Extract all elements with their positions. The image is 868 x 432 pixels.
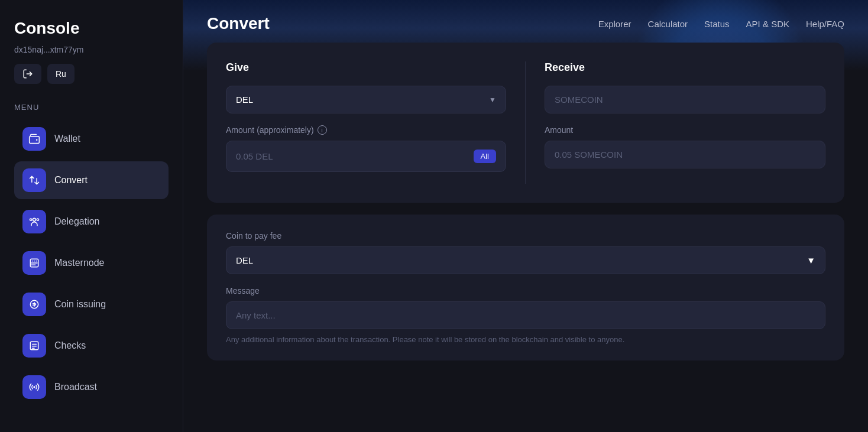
sidebar-item-label: Broadcast [54, 382, 97, 392]
broadcast-icon-container [22, 375, 46, 399]
svg-point-7 [34, 261, 35, 262]
wallet-address: dx15naj...xtm77ym [14, 45, 169, 54]
sidebar-item-label: Convert [54, 175, 88, 186]
sidebar-item-checks[interactable]: Checks [14, 327, 169, 365]
receive-coin-input[interactable]: SOMECOIN [545, 86, 825, 113]
give-amount-group: Amount (approximately) i 0.05 DEL All [226, 125, 506, 172]
svg-point-4 [30, 219, 32, 220]
receive-amount-label: Amount [545, 125, 825, 135]
logout-button[interactable] [14, 64, 41, 84]
nav-status[interactable]: Status [704, 19, 730, 29]
sidebar-item-masternode[interactable]: Masternode [14, 244, 169, 282]
fee-chevron-icon: ▼ [807, 255, 815, 265]
app-title: Console [14, 19, 169, 38]
main-content: Convert Explorer Calculator Status API &… [183, 0, 868, 432]
give-amount-input[interactable]: 0.05 DEL All [226, 141, 506, 172]
nav-help[interactable]: Help/FAQ [806, 19, 844, 29]
receive-label: Receive [545, 61, 825, 74]
menu-label: Menu [14, 103, 169, 112]
svg-rect-0 [30, 137, 40, 144]
svg-point-3 [37, 219, 38, 220]
svg-point-2 [33, 218, 36, 221]
sidebar-item-label: Masternode [54, 258, 105, 268]
convert-icon-container [22, 168, 46, 192]
sidebar: Console dx15naj...xtm77ym Ru Menu Wallet [0, 0, 183, 432]
give-amount-label: Amount (approximately) i [226, 125, 506, 135]
give-coin-select[interactable]: DEL ▼ [226, 86, 506, 113]
info-icon[interactable]: i [318, 125, 327, 135]
svg-point-16 [33, 386, 35, 388]
svg-point-1 [36, 139, 38, 141]
message-placeholder: Any text... [236, 310, 276, 320]
masternode-icon [28, 257, 40, 269]
chevron-down-icon: ▼ [489, 96, 496, 104]
give-coin-group: DEL ▼ [226, 86, 506, 113]
receive-coin-group: SOMECOIN [545, 86, 825, 113]
sidebar-item-convert[interactable]: Convert [14, 161, 169, 199]
fee-label: Coin to pay fee [226, 231, 825, 241]
language-button[interactable]: Ru [47, 64, 75, 84]
convert-icon [28, 174, 40, 186]
sidebar-item-delegation[interactable]: Delegation [14, 203, 169, 241]
convert-card: Give DEL ▼ Amount (approximately) i [207, 43, 844, 203]
page-content: Give DEL ▼ Amount (approximately) i [183, 43, 868, 432]
sidebar-item-label: Checks [54, 340, 86, 351]
message-input[interactable]: Any text... [226, 301, 825, 329]
wallet-icon [28, 133, 40, 145]
menu-list: Wallet Convert Delegation [14, 120, 169, 406]
all-button[interactable]: All [474, 150, 496, 163]
fee-coin-select[interactable]: DEL ▼ [226, 246, 825, 274]
message-label: Message [226, 286, 825, 295]
nav-api-sdk[interactable]: API & SDK [746, 19, 789, 29]
receive-amount-input[interactable]: 0.05 SOMECOIN [545, 141, 825, 168]
give-label: Give [226, 61, 506, 74]
coin-icon [28, 298, 40, 310]
top-nav: Explorer Calculator Status API & SDK Hel… [598, 19, 844, 29]
give-coin-value: DEL [236, 95, 253, 105]
nav-calculator[interactable]: Calculator [648, 19, 688, 29]
fee-message-card: Coin to pay fee DEL ▼ Message Any text..… [207, 215, 844, 360]
wallet-icon-container [22, 127, 46, 151]
broadcast-icon [28, 381, 40, 393]
sidebar-item-label: Coin issuing [54, 299, 106, 310]
nav-explorer[interactable]: Explorer [598, 19, 631, 29]
sidebar-item-label: Delegation [54, 216, 100, 227]
sidebar-item-wallet[interactable]: Wallet [14, 120, 169, 158]
give-receive-grid: Give DEL ▼ Amount (approximately) i [226, 61, 825, 184]
delegation-icon [28, 216, 40, 228]
coin-icon-container [22, 293, 46, 316]
give-section: Give DEL ▼ Amount (approximately) i [226, 61, 526, 184]
page-title: Convert [207, 14, 270, 33]
delegation-icon-container [22, 210, 46, 233]
logout-icon [22, 69, 33, 79]
sidebar-item-coin-issuing[interactable]: Coin issuing [14, 285, 169, 323]
svg-point-6 [32, 261, 33, 262]
sidebar-item-broadcast[interactable]: Broadcast [14, 368, 169, 406]
message-hint: Any additional information about the tra… [226, 335, 825, 344]
sidebar-actions: Ru [14, 64, 169, 84]
give-amount-placeholder: 0.05 DEL [236, 151, 273, 161]
page-header: Convert Explorer Calculator Status API &… [183, 0, 868, 43]
checks-icon-container [22, 334, 46, 358]
fee-coin-value: DEL [236, 255, 253, 265]
receive-section: Receive SOMECOIN Amount 0.05 SOMECOIN [526, 61, 825, 184]
receive-amount-group: Amount 0.05 SOMECOIN [545, 125, 825, 168]
checks-icon [28, 340, 40, 352]
receive-amount-placeholder: 0.05 SOMECOIN [555, 150, 623, 160]
sidebar-item-label: Wallet [54, 134, 80, 144]
masternode-icon-container [22, 251, 46, 275]
receive-coin-placeholder: SOMECOIN [555, 95, 603, 105]
svg-point-8 [36, 261, 37, 262]
